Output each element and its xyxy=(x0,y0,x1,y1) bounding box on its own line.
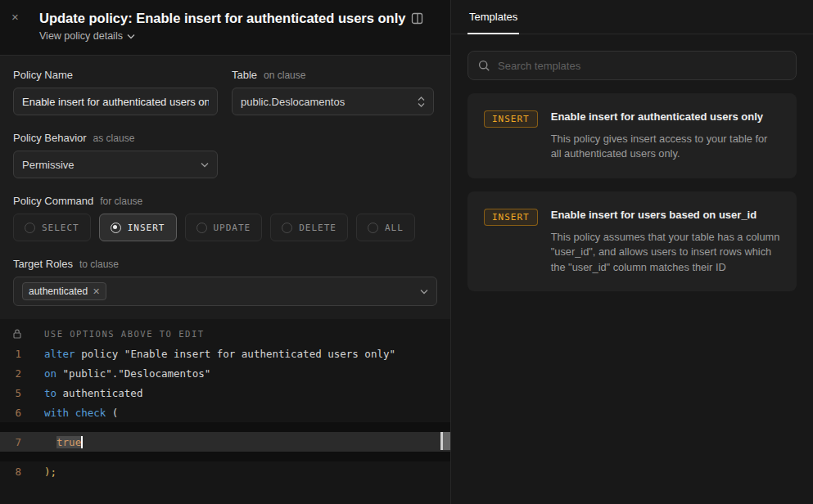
table-field: Table on clause public.Deslocamentos xyxy=(232,69,434,115)
behavior-clause-label: as clause xyxy=(93,133,135,144)
role-tag-label: authenticated xyxy=(29,286,88,297)
policy-form-panel: × Update policy: Enable insert for authe… xyxy=(0,0,451,504)
line-number: 8 xyxy=(0,466,28,478)
radio-label: SELECT xyxy=(42,223,79,233)
table-select-value: public.Deslocamentos xyxy=(241,96,345,108)
line-number: 6 xyxy=(0,407,28,419)
code-spacer xyxy=(0,422,450,432)
insert-badge: INSERT xyxy=(484,209,538,226)
code-text: alter policy "Enable insert for authenti… xyxy=(28,348,395,360)
chevron-down-icon xyxy=(420,289,428,295)
role-tag-authenticated: authenticated ✕ xyxy=(22,282,106,300)
code-line: 8); xyxy=(0,461,450,481)
lock-icon xyxy=(13,329,21,339)
code-line: 2on "public"."Deslocamentos" xyxy=(0,363,450,383)
code-line: 1alter policy "Enable insert for authent… xyxy=(0,344,450,363)
close-icon[interactable]: × xyxy=(11,11,19,23)
search-input[interactable] xyxy=(498,60,786,72)
code-lines: 1alter policy "Enable insert for authent… xyxy=(0,344,450,481)
template-card-title: Enable insert for users based on user_id xyxy=(551,208,780,223)
code-line: 6with check ( xyxy=(0,403,450,422)
code-line: 7 true xyxy=(0,432,450,452)
radio-circle-icon xyxy=(196,223,207,233)
radio-label: INSERT xyxy=(128,223,165,233)
radio-circle-icon xyxy=(111,223,121,233)
template-card-title: Enable insert for authenticated users on… xyxy=(551,110,780,125)
radio-option-delete[interactable]: DELETE xyxy=(270,214,348,241)
line-number: 1 xyxy=(0,348,28,360)
templates-panel: Templates INSERT Enable insert for authe… xyxy=(451,0,813,504)
target-roles-clause-label: to clause xyxy=(79,259,119,270)
radio-option-select[interactable]: SELECT xyxy=(13,214,91,241)
template-cards: INSERT Enable insert for authenticated u… xyxy=(451,93,813,291)
template-card-body: Enable insert for authenticated users on… xyxy=(551,110,780,162)
command-clause-label: for clause xyxy=(100,196,142,207)
table-label: Table xyxy=(232,69,257,81)
target-roles-select[interactable]: authenticated ✕ xyxy=(13,277,437,306)
policy-command-field: Policy Command for clause SELECT INSERT … xyxy=(13,195,437,241)
remove-tag-icon[interactable]: ✕ xyxy=(93,287,100,296)
insert-badge: INSERT xyxy=(484,110,538,128)
code-text: to authenticated xyxy=(28,387,142,399)
target-roles-field: Target Roles to clause authenticated ✕ xyxy=(13,258,437,306)
dialog-header: × Update policy: Enable insert for authe… xyxy=(0,0,450,56)
radio-circle-icon xyxy=(282,223,292,233)
editor-readonly-note: USE OPTIONS ABOVE TO EDIT xyxy=(0,324,450,344)
chevron-down-icon xyxy=(127,34,135,39)
templates-tabbar: Templates xyxy=(451,0,813,34)
policy-form: Policy Name Table on clause public.Deslo… xyxy=(0,56,450,319)
policy-behavior-field: Policy Behavior as clause Permissive xyxy=(13,132,437,178)
radio-label: DELETE xyxy=(299,223,336,233)
code-text: ); xyxy=(28,466,56,478)
code-text: on "public"."Deslocamentos" xyxy=(28,367,210,380)
template-search-wrap xyxy=(451,34,813,93)
policy-name-input[interactable] xyxy=(13,88,218,115)
radio-circle-icon xyxy=(368,223,378,233)
command-radio-group: SELECT INSERT UPDATE DELETE xyxy=(13,214,437,241)
code-text: with check ( xyxy=(28,407,118,419)
policy-behavior-value: Permissive xyxy=(22,159,75,171)
text-cursor xyxy=(81,436,83,448)
chevrons-up-down-icon xyxy=(418,97,425,107)
table-select[interactable]: public.Deslocamentos xyxy=(232,88,434,115)
radio-option-all[interactable]: ALL xyxy=(356,214,415,241)
line-number: 5 xyxy=(0,387,28,399)
radio-label: ALL xyxy=(385,223,404,233)
radio-option-update[interactable]: UPDATE xyxy=(185,214,263,241)
search-icon xyxy=(478,60,490,72)
policy-behavior-select[interactable]: Permissive xyxy=(13,151,218,178)
line-number: 2 xyxy=(0,367,28,380)
external-link-icon xyxy=(411,12,423,25)
policy-editor-window: × Update policy: Enable insert for authe… xyxy=(0,0,813,504)
sql-editor[interactable]: USE OPTIONS ABOVE TO EDIT 1alter policy … xyxy=(0,319,450,504)
radio-circle-icon xyxy=(25,223,35,233)
template-card-authenticated-insert[interactable]: INSERT Enable insert for authenticated u… xyxy=(467,93,797,178)
view-policy-details-label: View policy details xyxy=(39,30,123,42)
target-roles-label: Target Roles xyxy=(13,258,73,270)
template-card-userid-insert[interactable]: INSERT Enable insert for users based on … xyxy=(467,191,797,291)
readonly-note-text: USE OPTIONS ABOVE TO EDIT xyxy=(28,329,205,339)
editor-scrollbar-thumb[interactable] xyxy=(440,432,450,450)
template-search-box xyxy=(467,51,797,80)
code-text: true xyxy=(28,436,83,448)
dialog-title-row: Update policy: Enable insert for authent… xyxy=(39,11,437,26)
page-title: Update policy: Enable insert for authent… xyxy=(39,11,405,26)
chevron-down-icon xyxy=(201,162,209,168)
template-card-body: Enable insert for users based on user_id… xyxy=(551,208,780,275)
template-card-description: This policy assumes that your table has … xyxy=(551,230,780,276)
code-spacer xyxy=(0,452,450,461)
tab-templates[interactable]: Templates xyxy=(467,11,519,34)
radio-label: UPDATE xyxy=(214,223,251,233)
radio-option-insert[interactable]: INSERT xyxy=(99,214,177,241)
policy-command-label: Policy Command xyxy=(13,195,93,207)
table-clause-label: on clause xyxy=(264,70,305,81)
line-number: 7 xyxy=(0,436,28,448)
policy-name-field: Policy Name xyxy=(13,69,218,115)
view-policy-details-toggle[interactable]: View policy details xyxy=(39,30,135,42)
policy-behavior-label: Policy Behavior xyxy=(13,132,87,144)
code-line: 5to authenticated xyxy=(0,383,450,403)
policy-name-label: Policy Name xyxy=(13,69,73,81)
template-card-description: This policy gives insert access to your … xyxy=(551,132,780,162)
